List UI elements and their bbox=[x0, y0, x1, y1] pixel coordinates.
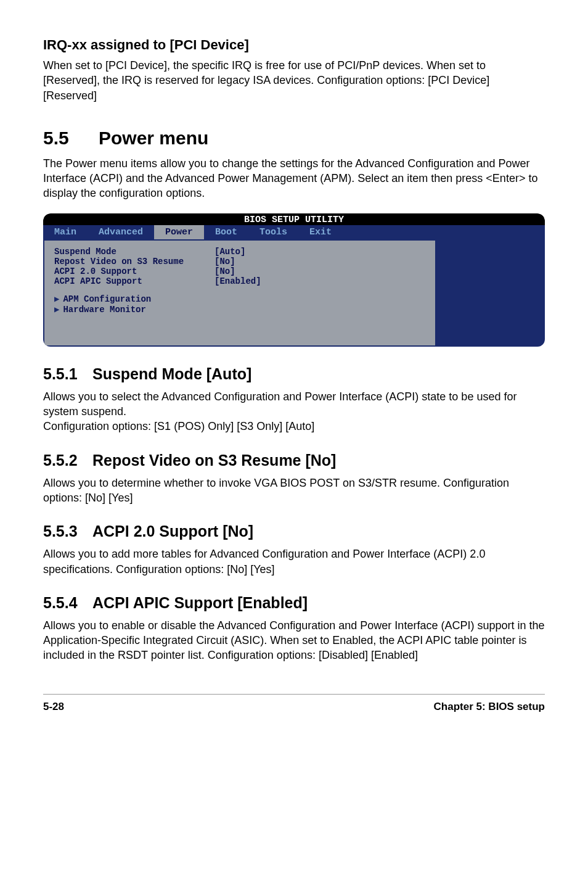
section-body: Allows you to enable or disable the Adva… bbox=[43, 618, 545, 663]
section-title: Suspend Mode [Auto] bbox=[92, 365, 251, 382]
bios-item-value: [No] bbox=[214, 257, 235, 266]
bios-row: Suspend Mode [Auto] bbox=[54, 247, 425, 257]
heading-title: Power menu bbox=[99, 128, 208, 148]
section-num: 5.5.1 bbox=[43, 365, 92, 383]
bios-tab-tools: Tools bbox=[248, 225, 298, 239]
section-body: Allows you to add more tables for Advanc… bbox=[43, 547, 545, 577]
arrow-icon: ▶ bbox=[54, 305, 59, 315]
bios-side-panel bbox=[436, 241, 541, 345]
bios-tab-boot: Boot bbox=[204, 225, 248, 239]
bios-tab-power: Power bbox=[154, 225, 204, 239]
section-heading: 5.5.2Repost Video on S3 Resume [No] bbox=[43, 452, 545, 469]
bios-item-label: ACPI APIC Support bbox=[54, 276, 214, 286]
bios-tabs: Main Advanced Power Boot Tools Exit bbox=[43, 225, 545, 239]
section-num: 5.5.2 bbox=[43, 452, 92, 469]
bios-item-value: [No] bbox=[214, 266, 235, 276]
para-irq: When set to [PCI Device], the specific I… bbox=[43, 58, 545, 103]
heading-powermenu: 5.5Power menu bbox=[43, 128, 545, 149]
bios-item-label: Repost Video on S3 Resume bbox=[54, 257, 214, 266]
section-heading: 5.5.4ACPI APIC Support [Enabled] bbox=[43, 594, 545, 612]
heading-irq: IRQ-xx assigned to [PCI Device] bbox=[43, 37, 545, 53]
bios-tab-exit: Exit bbox=[298, 225, 343, 239]
section-num: 5.5.4 bbox=[43, 594, 92, 612]
bios-row: Repost Video on S3 Resume [No] bbox=[54, 257, 425, 266]
bios-body: Suspend Mode [Auto] Repost Video on S3 R… bbox=[43, 239, 545, 347]
bios-tab-main: Main bbox=[43, 225, 88, 239]
section-heading: 5.5.3ACPI 2.0 Support [No] bbox=[43, 522, 545, 540]
bios-item-label: ACPI 2.0 Support bbox=[54, 266, 214, 276]
bios-screenshot: BIOS SETUP UTILITY Main Advanced Power B… bbox=[43, 213, 545, 347]
bios-subitem-label: APM Configuration bbox=[63, 294, 151, 304]
page-footer: 5-28 Chapter 5: BIOS setup bbox=[43, 694, 545, 713]
bios-subitems: ▶APM Configuration ▶Hardware Monitor bbox=[54, 294, 425, 315]
bios-main-panel: Suspend Mode [Auto] Repost Video on S3 R… bbox=[44, 241, 435, 345]
arrow-icon: ▶ bbox=[54, 294, 59, 304]
section-heading: 5.5.1Suspend Mode [Auto] bbox=[43, 365, 545, 383]
bios-tab-advanced: Advanced bbox=[88, 225, 154, 239]
bios-row: ACPI APIC Support [Enabled] bbox=[54, 276, 425, 286]
bios-subitem-label: Hardware Monitor bbox=[63, 305, 145, 315]
bios-row: ACPI 2.0 Support [No] bbox=[54, 266, 425, 276]
bios-title: BIOS SETUP UTILITY bbox=[43, 213, 545, 225]
section-title: ACPI 2.0 Support [No] bbox=[92, 522, 253, 540]
bios-item-label: Suspend Mode bbox=[54, 247, 214, 257]
bios-item-value: [Enabled] bbox=[214, 276, 261, 286]
section-body: Allows you to determine whether to invok… bbox=[43, 476, 545, 506]
para-powermenu-intro: The Power menu items allow you to change… bbox=[43, 156, 545, 201]
section-body: Allows you to select the Advanced Config… bbox=[43, 389, 545, 434]
section-title: ACPI APIC Support [Enabled] bbox=[92, 594, 308, 611]
bios-item-value: [Auto] bbox=[214, 247, 245, 257]
bios-subitem: ▶Hardware Monitor bbox=[54, 304, 425, 315]
section-num: 5.5.3 bbox=[43, 522, 92, 540]
heading-num: 5.5 bbox=[43, 128, 99, 149]
footer-page: 5-28 bbox=[43, 701, 64, 713]
bios-subitem: ▶APM Configuration bbox=[54, 294, 425, 304]
section-title: Repost Video on S3 Resume [No] bbox=[92, 452, 336, 469]
footer-chapter: Chapter 5: BIOS setup bbox=[434, 701, 545, 713]
